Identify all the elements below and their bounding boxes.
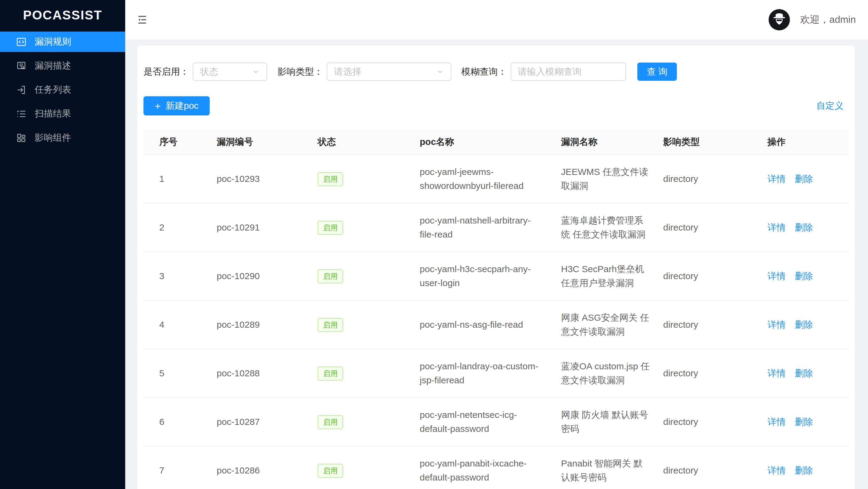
sidebar-item-label: 影响组件 bbox=[35, 132, 71, 144]
detail-link[interactable]: 详情 bbox=[767, 174, 786, 184]
user-avatar[interactable] bbox=[769, 9, 790, 30]
delete-link[interactable]: 删除 bbox=[795, 174, 813, 184]
sidebar: POCASSIST 漏洞规则 漏洞描述 bbox=[0, 0, 125, 489]
cell-poc-name: poc-yaml-natshell-arbitrary-file-read bbox=[420, 203, 561, 252]
cell-vul-id: poc-10291 bbox=[217, 203, 318, 252]
table-row: 6 poc-10287 启用 poc-yaml-netentsec-icg-de… bbox=[144, 398, 848, 446]
main-content: 是否启用： 状态 影响类型： 请选择 模糊查询： 查 询 + 新 bbox=[125, 39, 868, 489]
affect-type-select[interactable]: 请选择 bbox=[327, 63, 451, 81]
table-row: 4 poc-10289 启用 poc-yaml-ns-asg-file-read… bbox=[144, 300, 848, 349]
fuzzy-search-label: 模糊查询： bbox=[461, 66, 507, 78]
cell-seq: 7 bbox=[144, 446, 217, 489]
delete-link[interactable]: 删除 bbox=[795, 368, 813, 378]
status-badge: 启用 bbox=[318, 318, 343, 332]
col-vul-id: 漏洞编号 bbox=[217, 129, 318, 155]
task-import-icon bbox=[16, 85, 27, 95]
cell-seq: 6 bbox=[144, 398, 217, 446]
menu-fold-icon[interactable] bbox=[136, 14, 148, 26]
delete-link[interactable]: 删除 bbox=[795, 222, 813, 232]
sidebar-item-scan-results[interactable]: 扫描结果 bbox=[0, 104, 125, 124]
toolbar: + 新建poc 自定义 bbox=[144, 96, 848, 116]
sidebar-item-affected-components[interactable]: 影响组件 bbox=[0, 128, 125, 148]
cell-poc-name: poc-yaml-netentsec-icg-default-password bbox=[420, 398, 561, 446]
sidebar-item-task-list[interactable]: 任务列表 bbox=[0, 79, 125, 100]
cell-vul-name: 网康 防火墙 默认账号密码 bbox=[561, 398, 663, 446]
cell-affect-type: directory bbox=[663, 300, 767, 349]
delete-link[interactable]: 删除 bbox=[795, 271, 813, 281]
detail-link[interactable]: 详情 bbox=[767, 465, 786, 475]
sidebar-item-label: 任务列表 bbox=[35, 84, 71, 96]
cell-poc-name: poc-yaml-ns-asg-file-read bbox=[420, 300, 561, 349]
cell-vul-name: Panabit 智能网关 默认账号密码 bbox=[561, 446, 663, 489]
status-badge: 启用 bbox=[318, 367, 343, 381]
customize-link[interactable]: 自定义 bbox=[816, 100, 844, 112]
new-poc-button[interactable]: + 新建poc bbox=[144, 96, 210, 116]
status-badge: 启用 bbox=[318, 415, 343, 429]
cell-poc-name: poc-yaml-landray-oa-custom-jsp-fileread bbox=[420, 349, 561, 398]
enable-status-select[interactable]: 状态 bbox=[193, 63, 267, 81]
detail-link[interactable]: 详情 bbox=[767, 368, 786, 378]
cell-poc-name: poc-yaml-panabit-ixcache-default-passwor… bbox=[420, 446, 561, 489]
affect-type-filter-label: 影响类型： bbox=[277, 66, 323, 78]
cell-seq: 3 bbox=[144, 252, 217, 300]
status-badge: 启用 bbox=[318, 172, 343, 186]
col-poc-name: poc名称 bbox=[420, 129, 561, 155]
cell-vul-name: 蓝海卓越计费管理系统 任意文件读取漏洞 bbox=[561, 203, 663, 252]
table-row: 2 poc-10291 启用 poc-yaml-natshell-arbitra… bbox=[144, 203, 848, 252]
cell-vul-id: poc-10290 bbox=[217, 252, 318, 300]
top-header: 欢迎，admin bbox=[125, 0, 868, 39]
sidebar-item-vuln-description[interactable]: 漏洞描述 bbox=[0, 56, 125, 76]
cell-actions: 详情删除 bbox=[767, 252, 848, 300]
detail-link[interactable]: 详情 bbox=[767, 222, 786, 232]
cell-vul-id: poc-10288 bbox=[217, 349, 318, 398]
poc-table: 序号 漏洞编号 状态 poc名称 漏洞名称 影响类型 操作 1 poc-1029… bbox=[144, 129, 848, 489]
detail-link[interactable]: 详情 bbox=[767, 271, 786, 281]
col-status: 状态 bbox=[318, 129, 420, 155]
cell-actions: 详情删除 bbox=[767, 349, 848, 398]
cell-actions: 详情删除 bbox=[767, 203, 848, 252]
sidebar-item-label: 漏洞描述 bbox=[35, 60, 71, 72]
app-logo: POCASSIST bbox=[0, 0, 125, 32]
col-affect-type: 影响类型 bbox=[663, 129, 767, 155]
chevron-down-icon bbox=[436, 68, 444, 76]
poc-list-card: 是否启用： 状态 影响类型： 请选择 模糊查询： 查 询 + 新 bbox=[137, 45, 855, 489]
search-button[interactable]: 查 询 bbox=[637, 63, 677, 81]
delete-link[interactable]: 删除 bbox=[795, 417, 813, 427]
delete-link[interactable]: 删除 bbox=[795, 320, 813, 330]
sidebar-item-vuln-rules[interactable]: 漏洞规则 bbox=[0, 32, 125, 52]
col-actions: 操作 bbox=[767, 129, 848, 155]
cell-actions: 详情删除 bbox=[767, 155, 848, 203]
filter-bar: 是否启用： 状态 影响类型： 请选择 模糊查询： 查 询 bbox=[144, 63, 848, 81]
cell-vul-name: 蓝凌OA custom.jsp 任意文件读取漏洞 bbox=[561, 349, 663, 398]
cell-affect-type: directory bbox=[663, 446, 767, 489]
cell-affect-type: directory bbox=[663, 203, 767, 252]
detail-link[interactable]: 详情 bbox=[767, 417, 786, 427]
cell-affect-type: directory bbox=[663, 155, 767, 203]
cell-status: 启用 bbox=[318, 155, 420, 203]
delete-link[interactable]: 删除 bbox=[795, 465, 813, 475]
components-icon bbox=[16, 132, 27, 143]
detail-link[interactable]: 详情 bbox=[767, 320, 786, 330]
chevron-down-icon bbox=[252, 68, 260, 76]
cell-status: 启用 bbox=[318, 446, 420, 489]
code-rule-icon bbox=[16, 36, 27, 47]
cell-status: 启用 bbox=[318, 252, 420, 300]
col-vul-name: 漏洞名称 bbox=[561, 129, 663, 155]
cell-vul-name: 网康 ASG安全网关 任意文件读取漏洞 bbox=[561, 300, 663, 349]
cell-status: 启用 bbox=[318, 398, 420, 446]
fuzzy-search-input[interactable] bbox=[510, 63, 626, 81]
table-row: 1 poc-10293 启用 poc-yaml-jeewms-showordow… bbox=[144, 155, 848, 203]
header-user-area: 欢迎，admin bbox=[769, 9, 856, 30]
plus-icon: + bbox=[155, 101, 161, 111]
cell-seq: 2 bbox=[144, 203, 217, 252]
col-seq: 序号 bbox=[144, 129, 217, 155]
status-badge: 启用 bbox=[318, 269, 343, 283]
cell-affect-type: directory bbox=[663, 252, 767, 300]
table-header-row: 序号 漏洞编号 状态 poc名称 漏洞名称 影响类型 操作 bbox=[144, 129, 848, 155]
table-row: 7 poc-10286 启用 poc-yaml-panabit-ixcache-… bbox=[144, 446, 848, 489]
cell-seq: 1 bbox=[144, 155, 217, 203]
cell-poc-name: poc-yaml-jeewms-showordownbyurl-fileread bbox=[420, 155, 561, 203]
sidebar-item-label: 漏洞规则 bbox=[35, 36, 71, 48]
cell-vul-id: poc-10293 bbox=[217, 155, 318, 203]
cell-vul-name: H3C SecParh堡垒机 任意用户登录漏洞 bbox=[561, 252, 663, 300]
